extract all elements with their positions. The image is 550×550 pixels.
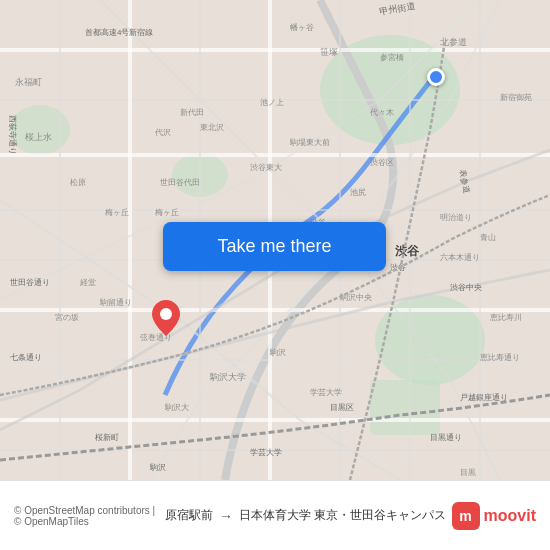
origin-marker — [427, 68, 445, 86]
map-container: 甲州街道 表参道 首都高速4号新宿線 西荻寺通り 渋谷 渋谷中央 世田谷通り 七… — [0, 0, 550, 480]
svg-text:恵比寿川: 恵比寿川 — [489, 313, 522, 322]
svg-text:駒留通り: 駒留通り — [99, 298, 132, 307]
svg-text:笹塚: 笹塚 — [320, 47, 338, 57]
svg-text:新代田: 新代田 — [180, 108, 204, 117]
svg-text:明治道り: 明治道り — [440, 213, 472, 222]
svg-text:新宿御苑: 新宿御苑 — [500, 93, 532, 102]
svg-text:池尻: 池尻 — [350, 188, 366, 197]
route-arrow-icon: → — [219, 508, 233, 524]
svg-text:永福町: 永福町 — [15, 77, 42, 87]
svg-text:渋谷中央: 渋谷中央 — [450, 283, 482, 292]
copyright-text: © OpenStreetMap contributors | © OpenMap… — [14, 505, 160, 527]
svg-text:七条通り: 七条通り — [10, 353, 42, 362]
svg-text:渋谷東大: 渋谷東大 — [250, 163, 282, 172]
svg-text:目黒通り: 目黒通り — [430, 433, 462, 442]
svg-text:学芸大学: 学芸大学 — [310, 388, 342, 397]
destination-marker — [152, 300, 180, 340]
route-info: 原宿駅前 → 日本体育大学 東京・世田谷キャンパス — [160, 507, 452, 524]
svg-rect-5 — [370, 380, 440, 435]
svg-text:代沢: 代沢 — [154, 128, 171, 137]
svg-text:幡ヶ谷: 幡ヶ谷 — [290, 23, 314, 32]
svg-point-73 — [160, 308, 172, 320]
svg-text:代々木: 代々木 — [369, 108, 394, 117]
svg-text:目黒: 目黒 — [460, 468, 476, 477]
svg-text:参宮橋: 参宮橋 — [380, 53, 404, 62]
svg-text:駒沢: 駒沢 — [149, 463, 166, 472]
svg-text:世田谷代田: 世田谷代田 — [160, 178, 200, 187]
svg-text:駒沢: 駒沢 — [269, 348, 286, 357]
svg-text:駒場東大前: 駒場東大前 — [289, 138, 330, 147]
svg-text:学芸大学: 学芸大学 — [250, 448, 282, 457]
svg-text:駒沢大: 駒沢大 — [164, 403, 189, 412]
svg-text:駒沢大学: 駒沢大学 — [209, 372, 246, 382]
svg-text:西荻寺通り: 西荻寺通り — [8, 115, 17, 155]
moovit-logo: m moovit — [452, 502, 536, 530]
svg-text:東北沢: 東北沢 — [200, 123, 224, 132]
svg-text:首都高速4号新宿線: 首都高速4号新宿線 — [85, 28, 153, 37]
svg-text:恵比寿通り: 恵比寿通り — [479, 353, 520, 362]
svg-text:梅ヶ丘: 梅ヶ丘 — [154, 208, 179, 217]
svg-text:桜新町: 桜新町 — [95, 433, 119, 442]
svg-text:渋谷: 渋谷 — [395, 244, 420, 258]
svg-text:戸越銀座通り: 戸越銀座通り — [460, 393, 508, 402]
destination-label: 日本体育大学 東京・世田谷キャンパス — [239, 507, 446, 524]
svg-text:渋谷区: 渋谷区 — [370, 158, 394, 167]
moovit-name: moovit — [484, 507, 536, 525]
svg-text:目黒区: 目黒区 — [330, 403, 354, 412]
svg-text:梅ヶ丘: 梅ヶ丘 — [104, 208, 129, 217]
svg-text:池ノ上: 池ノ上 — [260, 98, 284, 107]
svg-text:経堂: 経堂 — [79, 278, 96, 287]
take-me-there-button[interactable]: Take me there — [163, 222, 386, 271]
moovit-icon: m — [452, 502, 480, 530]
svg-text:六本木通り: 六本木通り — [440, 253, 480, 262]
origin-label: 原宿駅前 — [165, 507, 213, 524]
svg-text:世田谷通り: 世田谷通り — [10, 278, 50, 287]
svg-text:青山: 青山 — [480, 233, 496, 242]
svg-text:桜上水: 桜上水 — [25, 132, 52, 142]
svg-text:駒沢中央: 駒沢中央 — [339, 293, 372, 302]
bottom-bar: © OpenStreetMap contributors | © OpenMap… — [0, 480, 550, 550]
svg-text:松原: 松原 — [70, 178, 86, 187]
svg-text:宮の坂: 宮の坂 — [55, 313, 79, 322]
